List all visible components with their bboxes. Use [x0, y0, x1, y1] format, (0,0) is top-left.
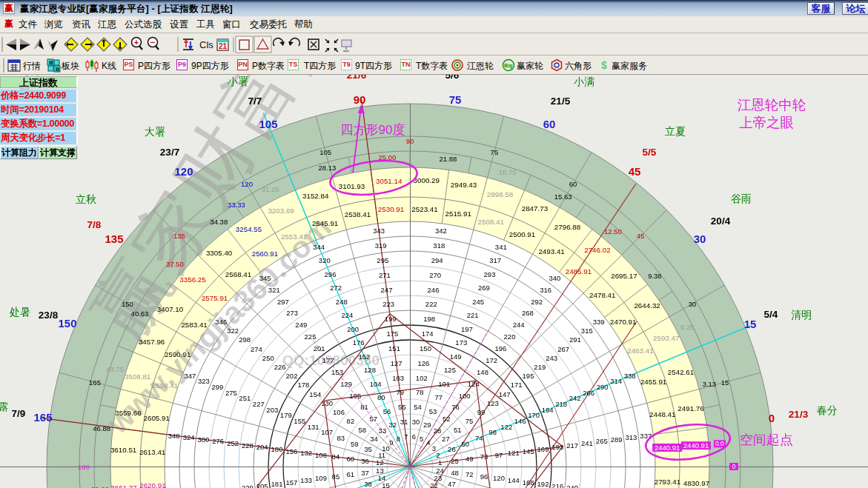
svg-text:20/4: 20/4 — [711, 215, 731, 227]
svg-text:247: 247 — [381, 286, 393, 294]
svg-text:227: 227 — [253, 400, 265, 408]
svg-text:120: 120 — [493, 474, 505, 482]
svg-text:61: 61 — [346, 470, 354, 478]
svg-text:3: 3 — [432, 444, 436, 452]
svg-text:15: 15 — [721, 378, 729, 387]
svg-text:2523.41: 2523.41 — [411, 205, 437, 213]
svg-text:2620.91: 2620.91 — [139, 481, 165, 488]
svg-text:216: 216 — [551, 482, 563, 488]
svg-text:21/6: 21/6 — [347, 75, 367, 81]
svg-text:131: 131 — [308, 423, 319, 431]
svg-text:9: 9 — [389, 438, 393, 447]
svg-text:立夏: 立夏 — [665, 125, 686, 137]
svg-text:$: $ — [601, 59, 607, 71]
svg-text:248: 248 — [336, 298, 348, 306]
svg-text:155: 155 — [294, 417, 305, 425]
svg-text:7/8: 7/8 — [87, 219, 102, 230]
svg-text:52: 52 — [443, 415, 451, 423]
svg-text:2796.88: 2796.88 — [554, 223, 581, 231]
svg-text:3661.37: 3661.37 — [110, 484, 136, 488]
svg-text:297: 297 — [277, 298, 289, 306]
svg-text:270: 270 — [429, 271, 441, 279]
svg-text:217: 217 — [566, 441, 578, 449]
svg-text:178: 178 — [297, 381, 309, 389]
svg-text:2485.91: 2485.91 — [566, 267, 592, 275]
svg-text:2491.76: 2491.76 — [677, 404, 704, 412]
svg-text:204: 204 — [256, 443, 268, 451]
svg-text:27: 27 — [442, 435, 450, 443]
svg-text:57: 57 — [369, 415, 377, 423]
svg-text:291: 291 — [569, 335, 581, 344]
svg-text:122: 122 — [500, 423, 512, 431]
svg-text:37: 37 — [361, 469, 369, 477]
svg-text:2593.47: 2593.47 — [653, 334, 679, 342]
svg-text:−: − — [150, 38, 155, 47]
svg-text:173: 173 — [455, 338, 467, 347]
svg-text:48: 48 — [451, 469, 459, 477]
svg-text:154: 154 — [309, 390, 321, 398]
svg-text:292: 292 — [531, 298, 543, 306]
svg-text:107: 107 — [321, 428, 333, 436]
svg-text:2590.91: 2590.91 — [165, 350, 191, 358]
svg-text:124: 124 — [468, 380, 480, 388]
svg-text:105: 105 — [259, 118, 277, 130]
svg-text:318: 318 — [433, 241, 445, 250]
svg-text:2598.41: 2598.41 — [152, 381, 178, 390]
svg-text:252: 252 — [227, 439, 239, 447]
svg-text:175: 175 — [386, 330, 398, 338]
svg-text:299: 299 — [211, 383, 223, 391]
svg-text:15.63: 15.63 — [554, 193, 572, 201]
svg-text:21/5: 21/5 — [551, 96, 571, 107]
svg-text:201: 201 — [314, 344, 325, 352]
svg-text:78: 78 — [416, 388, 424, 396]
svg-text:28.13: 28.13 — [319, 164, 337, 172]
svg-text:267: 267 — [557, 345, 569, 353]
svg-text:2538.41: 2538.41 — [345, 210, 371, 218]
svg-text:4830.97: 4830.97 — [683, 479, 709, 487]
svg-text:150: 150 — [58, 317, 76, 330]
svg-text:156: 156 — [285, 447, 297, 455]
svg-text:168: 168 — [523, 478, 534, 487]
svg-text:246: 246 — [428, 286, 440, 294]
svg-text:47: 47 — [448, 480, 456, 488]
svg-text:347: 347 — [184, 372, 196, 380]
svg-text:3508.81: 3508.81 — [125, 372, 150, 381]
svg-text:7: 7 — [404, 432, 408, 441]
svg-text:109: 109 — [315, 474, 327, 482]
svg-text:165: 165 — [33, 411, 52, 424]
svg-text:2898.58: 2898.58 — [487, 190, 514, 198]
svg-text:129: 129 — [340, 380, 352, 388]
svg-text:272: 272 — [330, 284, 342, 292]
svg-text:73: 73 — [480, 452, 488, 461]
svg-text:296: 296 — [325, 270, 337, 278]
svg-text:338: 338 — [624, 372, 636, 380]
svg-text:244: 244 — [513, 321, 525, 329]
svg-text:36: 36 — [361, 457, 369, 465]
svg-text:露: 露 — [0, 401, 8, 412]
svg-text:320: 320 — [319, 256, 331, 264]
svg-text:174: 174 — [422, 330, 434, 338]
svg-text:219: 219 — [534, 363, 546, 371]
svg-text:2847.73: 2847.73 — [522, 204, 549, 213]
svg-text:2793.41: 2793.41 — [655, 478, 680, 486]
svg-text:2542.61: 2542.61 — [668, 368, 694, 376]
svg-text:181: 181 — [271, 480, 283, 488]
svg-text:120: 120 — [241, 180, 253, 188]
svg-text:165: 165 — [89, 378, 101, 387]
svg-text:7/7: 7/7 — [248, 96, 262, 107]
svg-text:290: 290 — [597, 383, 609, 391]
svg-text:3254.55: 3254.55 — [236, 225, 262, 233]
svg-text:大署: 大署 — [145, 126, 165, 138]
svg-text:123: 123 — [487, 399, 499, 407]
svg-text:春分: 春分 — [817, 404, 838, 416]
svg-text:97: 97 — [495, 451, 503, 459]
svg-text:198: 198 — [423, 315, 435, 323]
svg-text:5/5: 5/5 — [643, 147, 657, 158]
svg-text:2568.41: 2568.41 — [225, 270, 251, 278]
svg-text:300: 300 — [197, 435, 209, 444]
svg-text:177: 177 — [322, 356, 334, 364]
svg-text:3101.93: 3101.93 — [339, 182, 365, 190]
svg-text:106: 106 — [333, 408, 345, 416]
svg-text:29: 29 — [423, 421, 431, 429]
svg-text:2448.41: 2448.41 — [649, 410, 675, 418]
